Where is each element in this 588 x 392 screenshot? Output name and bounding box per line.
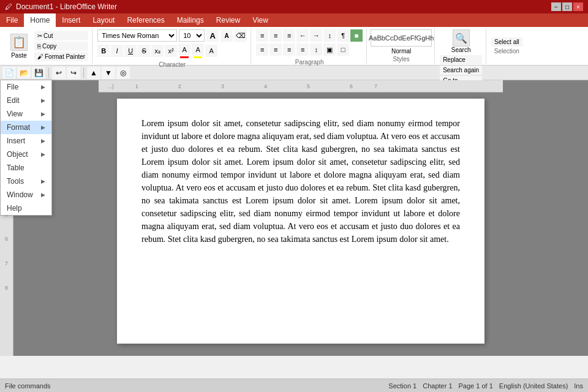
close-button[interactable]: ×	[573, 2, 583, 11]
font-color-button[interactable]: A	[178, 43, 190, 56]
sort-button[interactable]: ↕	[323, 29, 336, 42]
multilevel-button[interactable]: ≡	[283, 29, 295, 42]
copy-button[interactable]: ⎘ Copy	[34, 42, 88, 51]
ruler-mark-3: 2	[178, 83, 181, 89]
save-button[interactable]: 💾	[32, 67, 45, 79]
replace-label: Replace	[443, 56, 466, 63]
undo-button[interactable]: ↩	[52, 67, 66, 79]
page-status: Page 1 of 1	[459, 382, 493, 390]
dropdown-format[interactable]: Format ▶	[1, 121, 51, 134]
dropdown-window-arrow: ▶	[41, 192, 45, 198]
search-button[interactable]: 🔍 Search	[451, 29, 471, 53]
styles-preview[interactable]: AaBbCcDdEeFfGgHh	[371, 29, 432, 47]
italic-button[interactable]: I	[111, 45, 123, 57]
menu-references[interactable]: References	[121, 13, 170, 27]
new-button[interactable]: 📄	[2, 67, 16, 79]
select-all-button[interactable]: Select all	[491, 37, 522, 47]
paste-button[interactable]: 📋 Paste	[6, 29, 32, 62]
redo-button[interactable]: ↪	[67, 67, 80, 79]
window-controls: − □ ×	[551, 2, 583, 11]
bold-button[interactable]: B	[97, 45, 110, 57]
paste-label: Paste	[11, 52, 27, 59]
menu-layout[interactable]: Layout	[86, 13, 121, 27]
para-row-1: ≡ ≡ ≡ ← → ↕ ¶ ■	[256, 29, 363, 42]
nav-down-button[interactable]: ▼	[102, 67, 115, 79]
title-bar: 🖊 Document1 - LibreOffice Writer − □ ×	[0, 0, 588, 13]
ruler-num-8: 8	[5, 285, 8, 309]
underline-button[interactable]: U	[124, 45, 137, 57]
font-color-bar	[180, 56, 189, 58]
font-size-select[interactable]: 10	[179, 29, 205, 42]
increase-font-size-button[interactable]: A	[206, 29, 219, 42]
nav-target-button[interactable]: ◎	[116, 67, 130, 79]
dropdown-view[interactable]: View ▶	[1, 107, 51, 121]
decrease-font-size-button[interactable]: A	[221, 29, 233, 42]
numbering-button[interactable]: ≡	[270, 29, 282, 42]
ruler-mark-2: 1	[135, 83, 138, 89]
shading-button[interactable]: ▣	[323, 43, 336, 56]
search-again-button[interactable]: Search again	[440, 66, 482, 75]
line-spacing-button[interactable]: ↕	[310, 43, 322, 56]
menu-file[interactable]: File	[0, 13, 24, 27]
dropdown-edit-arrow: ▶	[41, 97, 45, 104]
para-color-button[interactable]: ■	[350, 29, 363, 42]
replace-button[interactable]: Replace	[440, 55, 482, 64]
strikethrough-button[interactable]: S	[138, 45, 150, 57]
menu-home[interactable]: Home	[24, 13, 56, 27]
dropdown-window-label: Window	[7, 190, 33, 199]
cut-button[interactable]: ✂ Cut	[34, 31, 88, 40]
menu-view[interactable]: View	[246, 13, 274, 27]
align-center-button[interactable]: ≡	[270, 43, 282, 56]
show-hide-button[interactable]: ¶	[337, 29, 349, 42]
search-again-label: Search again	[443, 67, 479, 74]
increase-indent-button[interactable]: →	[310, 29, 322, 42]
clear-formatting-button[interactable]: ⌫	[235, 29, 247, 42]
dropdown-format-arrow: ▶	[41, 124, 45, 130]
menu-insert[interactable]: Insert	[56, 13, 86, 27]
format-painter-button[interactable]: 🖌 Format Painter	[34, 52, 88, 61]
document-page[interactable]: Lorem ipsum dolor sit amet, consetetur s…	[117, 99, 484, 344]
subscript-button[interactable]: x₂	[151, 45, 164, 57]
document-content: Lorem ipsum dolor sit amet, consetetur s…	[141, 117, 460, 246]
chapter-status: Chapter 1	[423, 382, 452, 390]
dropdown-edit[interactable]: Edit ▶	[1, 94, 51, 107]
superscript-button[interactable]: x²	[165, 45, 177, 57]
menu-review[interactable]: Review	[210, 13, 246, 27]
borders-button[interactable]: □	[337, 43, 349, 56]
justify-button[interactable]: ≡	[296, 43, 309, 56]
dropdown-tools-arrow: ▶	[41, 178, 45, 184]
dropdown-help[interactable]: Help	[1, 202, 51, 215]
maximize-button[interactable]: □	[562, 2, 572, 11]
toolbar-bar: 📄 📂 💾 ↩ ↪ ▲ ▼ ◎	[0, 66, 588, 80]
dropdown-object[interactable]: Object ▶	[1, 148, 51, 161]
clipboard-group: 📋 Paste ✂ Cut ⎘ Copy 🖌 Format Painter	[2, 28, 92, 64]
format-painter-icon: 🖌	[37, 53, 43, 60]
ruler-mark-4: 3	[221, 83, 224, 89]
dropdown-window[interactable]: Window ▶	[1, 188, 51, 202]
text-effects-button[interactable]: A	[205, 45, 217, 57]
section-status: Section 1	[388, 382, 417, 390]
ruler-num-7: 7	[5, 260, 8, 285]
decrease-indent-button[interactable]: ←	[296, 29, 309, 42]
dropdown-insert[interactable]: Insert ▶	[1, 134, 51, 148]
dropdown-tools[interactable]: Tools ▶	[1, 175, 51, 188]
font-group: Times New Roman 10 A A ⌫ B I U S x₂ x² A	[94, 28, 251, 64]
styles-label: Normal	[391, 48, 411, 55]
align-right-button[interactable]: ≡	[283, 43, 295, 56]
align-left-button[interactable]: ≡	[256, 43, 268, 56]
selection-group: Select all Selection	[488, 28, 526, 64]
dropdown-view-label: View	[7, 110, 23, 118]
bullets-button[interactable]: ≡	[256, 29, 268, 42]
font-name-select[interactable]: Times New Roman	[97, 29, 177, 42]
dropdown-file[interactable]: File ▶	[1, 80, 51, 94]
highlight-color-button[interactable]: A	[192, 43, 204, 56]
open-button[interactable]: 📂	[17, 67, 31, 79]
document-area: ...| 1 2 3 4 5 6 7 Lorem ipsum dolor sit…	[13, 80, 588, 356]
dropdown-table[interactable]: Table	[1, 161, 51, 175]
nav-up-button[interactable]: ▲	[87, 67, 100, 79]
menu-mailings[interactable]: Mailings	[171, 13, 210, 27]
minimize-button[interactable]: −	[551, 2, 561, 11]
ruler-mark-8: 7	[374, 83, 377, 89]
styles-group-label: Styles	[393, 55, 410, 62]
para-row-2: ≡ ≡ ≡ ≡ ↕ ▣ □	[256, 43, 363, 56]
